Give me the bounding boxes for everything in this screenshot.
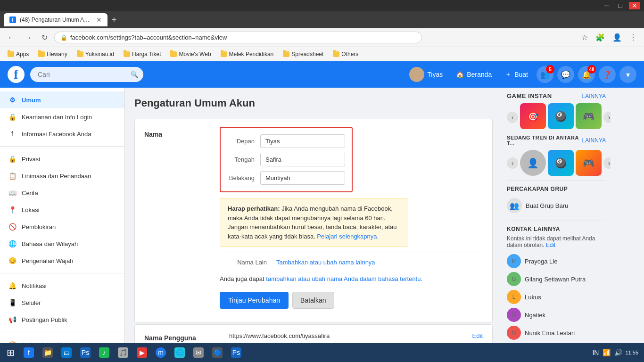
- contact-nunik[interactable]: N Nunik Ema Lestari: [507, 324, 606, 342]
- notifications-button[interactable]: 🔔 48: [578, 66, 595, 83]
- fb-search-input[interactable]: [30, 67, 143, 82]
- last-name-input[interactable]: [260, 171, 345, 185]
- fb-search-button[interactable]: 🔍: [131, 71, 139, 78]
- sidebar-item-bahasa[interactable]: 🌐 Bahasa dan Wilayah: [0, 235, 124, 252]
- bookmark-yuksinau[interactable]: Yuksinau.id: [73, 50, 118, 58]
- bookmark-harga-tiket[interactable]: Harga Tiket: [120, 50, 165, 58]
- trend-label: SEDANG TREN DI ANTARA T...: [507, 135, 582, 146]
- taskbar-item-9[interactable]: 🌐: [171, 345, 189, 361]
- browser-titlebar: f (48) Pengaturan Umum Akun ✕ +: [0, 11, 644, 28]
- name-section-top: Nama Depan Tengah Belakang: [144, 127, 483, 314]
- browser-tab[interactable]: f (48) Pengaturan Umum Akun ✕: [4, 13, 107, 26]
- bookmark-label: Movie's Web: [179, 51, 211, 58]
- sidebar-item-seluler[interactable]: 📱 Seluler: [0, 294, 124, 311]
- game-thumb-3[interactable]: 🎮: [576, 103, 602, 129]
- contact-gilang[interactable]: G Gilang Setiawan Putra: [507, 270, 606, 288]
- sidebar-item-privasi[interactable]: 🔒 Privasi: [0, 150, 124, 167]
- sidebar-item-lokasi[interactable]: 📍 Lokasi: [0, 201, 124, 218]
- taskbar-item-6[interactable]: 🎵: [114, 345, 132, 361]
- sidebar-item-umum[interactable]: ⚙ Umum: [0, 91, 124, 108]
- taskbar-item-7[interactable]: ▶: [133, 345, 151, 361]
- contact-ngatiek[interactable]: N Ngatiek: [507, 306, 606, 324]
- taskbar-item-2[interactable]: 📁: [39, 345, 57, 361]
- contact-name: Prayoga Lie: [525, 258, 557, 265]
- taskbar-item-8[interactable]: m: [152, 345, 170, 361]
- profile-button[interactable]: 👤: [610, 32, 624, 43]
- friends-button[interactable]: 👥 5: [537, 66, 553, 83]
- pemblokiran-icon: 🚫: [8, 222, 17, 231]
- game-prev-button[interactable]: ‹: [507, 112, 518, 123]
- maximize-button[interactable]: □: [616, 2, 625, 9]
- trend-thumb-1[interactable]: 👤: [520, 150, 546, 176]
- contact-note-edit-link[interactable]: Edit: [546, 242, 556, 248]
- taskbar-item-5[interactable]: ♪: [95, 345, 113, 361]
- warning-link[interactable]: Pelajari selengkapnya.: [317, 233, 379, 240]
- taskbar-item-10[interactable]: ✉: [190, 345, 207, 361]
- messenger-button[interactable]: 💬: [557, 66, 574, 83]
- browser-toolbar: ← → ↻ 🔒 ☆ 🧩 👤 ⋮: [0, 28, 644, 47]
- sidebar-label: Informasi Facebook Anda: [22, 131, 91, 138]
- bookmark-movies-web[interactable]: Movie's Web: [166, 50, 215, 58]
- sidebar-item-informasi-fb[interactable]: f Informasi Facebook Anda: [0, 125, 124, 142]
- refresh-button[interactable]: ↻: [39, 32, 50, 43]
- taskbar-item-1[interactable]: f: [20, 345, 38, 361]
- other-name-link[interactable]: Tambahkan atau ubah nama lainnya: [276, 259, 375, 266]
- help-button[interactable]: ❓: [599, 66, 616, 83]
- review-button[interactable]: Tinjau Perubahan: [220, 292, 289, 309]
- cancel-button[interactable]: Batalkan: [292, 292, 334, 309]
- sidebar-item-pemblokiran[interactable]: 🚫 Pemblokiran: [0, 218, 124, 235]
- bookmark-spreadsheet[interactable]: Spreadsheet: [279, 50, 327, 58]
- game-thumb-1[interactable]: 🎯: [520, 103, 546, 129]
- username-edit-link[interactable]: Edit: [472, 332, 483, 339]
- new-tab-button[interactable]: +: [111, 15, 117, 25]
- bookmark-others[interactable]: Others: [329, 50, 362, 58]
- start-button[interactable]: ⊞: [2, 344, 19, 361]
- sidebar-item-cerita[interactable]: 📖 Cerita: [0, 184, 124, 201]
- bookmark-hewany[interactable]: Hewany: [34, 50, 71, 58]
- middle-name-input[interactable]: [260, 153, 345, 166]
- taskbar-item-11[interactable]: 🔵: [208, 345, 226, 361]
- game-thumb-2[interactable]: 🎱: [548, 103, 574, 129]
- sidebar-item-linimasa[interactable]: 📋 Linimasa dan Penandaan: [0, 167, 124, 184]
- sidebar-item-keamanan[interactable]: 🔒 Keamanan dan Info Login: [0, 108, 124, 125]
- trend-thumb-2[interactable]: 🎱: [548, 150, 574, 176]
- warning-box: Harap perhatikan: Jika Anda mengubah nam…: [220, 198, 408, 247]
- fb-nav-create[interactable]: ＋ Buat: [500, 67, 533, 82]
- trend-next-button[interactable]: ›: [603, 157, 611, 169]
- bookmark-apps[interactable]: Apps: [4, 50, 33, 58]
- tab-close-button[interactable]: ✕: [96, 16, 102, 24]
- extensions-button[interactable]: 🧩: [593, 32, 607, 43]
- taskbar-item-4[interactable]: Ps: [76, 345, 94, 361]
- sidebar-item-pengenalan-wajah[interactable]: 😊 Pengenalan Wajah: [0, 252, 124, 269]
- home-icon: 🏠: [456, 71, 464, 78]
- trend-lainnya-link[interactable]: LAINNYA: [582, 137, 606, 144]
- new-group-button[interactable]: 👥 Buat Grup Baru: [507, 195, 606, 216]
- sidebar-item-notifikasi[interactable]: 🔔 Notifikasi: [0, 277, 124, 294]
- chevron-down-button[interactable]: ▾: [619, 66, 636, 83]
- contact-lukus[interactable]: L Lukus: [507, 288, 606, 306]
- taskbar-time: 11:55: [625, 350, 638, 355]
- language-link[interactable]: tambahkan atau ubah nama Anda dalam baha…: [266, 275, 422, 282]
- trend-prev-button[interactable]: ‹: [507, 157, 518, 169]
- fb-nav-home[interactable]: 🏠 Beranda: [451, 68, 496, 81]
- game-lainnya-link[interactable]: LAINNYA: [582, 93, 606, 99]
- minimize-button[interactable]: ─: [602, 2, 612, 9]
- settings-menu-button[interactable]: ⋮: [627, 32, 639, 43]
- url-input[interactable]: [70, 34, 416, 41]
- sidebar-item-postingan-publik[interactable]: 📢 Postingan Publik: [0, 311, 124, 328]
- taskbar-item-3[interactable]: 🗂: [58, 345, 75, 361]
- taskbar-item-12[interactable]: Ps: [227, 345, 245, 361]
- bookmark-star-button[interactable]: ☆: [579, 32, 590, 43]
- trend-thumb-3[interactable]: 🎮: [576, 150, 602, 176]
- game-next-button[interactable]: ›: [603, 112, 611, 123]
- contact-name: Ngatiek: [525, 312, 545, 319]
- first-name-input[interactable]: [260, 134, 345, 148]
- forward-button[interactable]: →: [22, 33, 35, 43]
- bookmark-melek-pendidikan[interactable]: Melek Pendidikan: [217, 50, 278, 58]
- sidebar-label: Seluler: [22, 299, 41, 306]
- back-button[interactable]: ←: [5, 33, 18, 43]
- fb-nav-user[interactable]: Tiyas: [405, 64, 447, 85]
- contact-prayoga[interactable]: P Prayoga Lie: [507, 252, 606, 270]
- close-button[interactable]: ✕: [629, 2, 640, 9]
- warning-strong: Harap perhatikan:: [228, 205, 280, 212]
